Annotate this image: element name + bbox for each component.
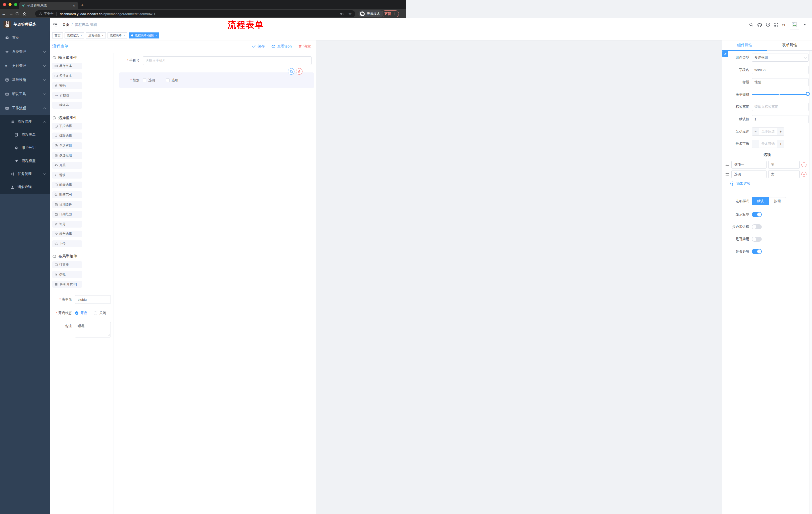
palette-item-single-line[interactable]: 单行文本 [52,63,82,70]
canvas-field-phone[interactable]: 手机号 请输入手机号 [114,56,316,65]
palette-item-select[interactable]: 下拉选择 [52,123,82,130]
duplicate-component-button[interactable] [288,68,294,75]
palette-item-rate[interactable]: 评分 [52,221,82,227]
sidebar-item-label: 任务管理 [18,172,32,176]
tag-close-icon[interactable]: × [155,34,157,37]
phone-field-input[interactable]: 请输入手机号 [143,56,312,65]
breadcrumb-separator: / [71,23,72,27]
collapse-sidebar-icon[interactable] [53,22,58,27]
sidebar-item-workflow[interactable]: 工作流程 [0,101,50,115]
palette-item-color-picker[interactable]: 颜色选择 [52,231,82,237]
palette-item-checkbox-group[interactable]: 多选框组 [52,152,82,159]
palette-item-date-range[interactable]: 日期范围 [52,211,82,218]
palette-item-date-picker[interactable]: 日期选择 [52,201,82,208]
browser-tab-strip: 芋道管理系统 × + [0,0,406,9]
palette-item-cascader[interactable]: 级联选择 [52,133,82,139]
briefcase-icon [5,106,9,110]
main-content: 流程表单 保存 查看json 清空 输入型组件 [50,40,406,257]
delete-component-button[interactable] [296,68,302,75]
tag-label: 流程表单-编辑 [135,33,154,38]
close-window-button[interactable] [3,3,6,6]
reload-icon[interactable] [15,12,23,16]
trash-icon [298,45,302,48]
bookmark-star-icon[interactable]: ☆ [348,11,352,16]
palette-item-slider[interactable]: 滑块 [52,172,82,179]
sidebar-item-label: 基础设施 [12,78,26,82]
back-icon[interactable]: ← [0,11,7,16]
sidebar-item-label: 流程模型 [22,159,36,163]
password-key-icon[interactable] [340,12,344,16]
canvas-field-gender-selected[interactable]: 性别 选项一 选项二 [119,73,314,88]
component-palette: 输入型组件 单行文本 多行文本 密码 123 计数器 编辑器 [50,40,114,257]
sidebar-item-process-mgmt[interactable]: 流程管理 [0,115,50,128]
chevron-down-icon [44,50,46,53]
update-browser-button[interactable]: 更新 ⋮ [382,10,399,17]
palette-item-time-picker[interactable]: 时间选择 [52,182,82,188]
red-annotation-text: 流程表单 [173,19,319,31]
address-bar[interactable]: 不安全 dashboard.yudao.iocoder.cn /bpm/mana… [35,10,355,17]
breadcrumb: 首页 / 流程表单-编辑 [62,23,97,27]
view-json-button[interactable]: 查看json [271,44,292,49]
home-icon[interactable] [23,12,30,16]
tag-close-icon[interactable]: × [80,34,82,37]
tag-close-icon[interactable]: × [102,34,103,37]
puzzle-icon [52,56,56,60]
palette-item-switch[interactable]: 开关 [52,162,82,169]
security-status[interactable]: 不安全 [39,11,54,16]
tag-label: 流程模型 [88,33,100,38]
form-canvas[interactable]: 手机号 请输入手机号 性别 选项一 选项二 [114,40,316,257]
browser-tab[interactable]: 芋道管理系统 × [19,2,78,9]
sidebar-item-home[interactable]: 首页 [0,31,50,45]
zoom-window-button[interactable] [14,3,17,6]
gender-option1-label[interactable]: 选项一 [148,78,158,82]
gender-option1-checkbox[interactable] [143,78,146,82]
clock-range-icon [55,193,58,196]
tag-process-definition[interactable]: 流程定义 × [64,32,84,38]
palette-item-time-range[interactable]: 时间范围 [52,191,82,198]
sidebar-item-task-mgmt[interactable]: 任务管理 [0,167,50,181]
palette-item-editor[interactable]: 编辑器 [52,102,82,109]
sidebar-item-leave-query[interactable]: 请假查询 [0,181,50,194]
gender-option2-label[interactable]: 选项二 [172,78,182,82]
url-host: dashboard.yudao.iocoder.cn [60,12,103,16]
sidebar-item-system[interactable]: 系统管理 [0,45,50,59]
tag-process-form-edit[interactable]: 流程表单-编辑 × [129,32,159,38]
sidebar-item-payment[interactable]: ¥ 支付管理 [0,59,50,73]
sidebar-item-process-model[interactable]: 流程模型 [0,154,50,167]
tag-home[interactable]: 首页 [52,32,63,38]
tab-close-icon[interactable]: × [72,4,76,7]
warning-icon [39,12,42,16]
app-header: 首页 / 流程表单-编辑 流程表单 ? tT [50,18,406,31]
palette-item-multi-line[interactable]: 多行文本 [52,73,82,79]
save-button[interactable]: 保存 [252,44,265,49]
tags-view-bar: 首页 流程定义 × 流程模型 × 流程表单 × 流程表单-编辑 × [50,31,406,40]
breadcrumb-home[interactable]: 首页 [62,23,69,27]
checkbox-icon [55,154,58,157]
active-tag-dot [131,34,133,36]
minimize-window-button[interactable] [8,3,11,6]
sidebar-item-devtools[interactable]: 研发工具 [0,87,50,101]
forward-icon[interactable]: → [7,11,15,16]
palette-item-upload[interactable]: 上传 [52,240,82,247]
dashboard-icon [5,36,9,40]
window-controls[interactable] [3,3,17,6]
tag-process-model[interactable]: 流程模型 × [86,32,106,38]
clear-button[interactable]: 清空 [298,44,311,49]
sidebar-logo[interactable]: 芋道管理系统 [0,18,50,31]
select-circle-icon [55,125,58,128]
sidebar-item-process-form[interactable]: 流程表单 [0,128,50,141]
new-tab-button[interactable]: + [81,2,84,8]
sidebar-item-infra[interactable]: 基础设施 [0,73,50,87]
tag-process-form[interactable]: 流程表单 × [108,32,127,38]
browser-menu-icon[interactable]: ⋮ [393,12,396,16]
check-icon [252,45,256,48]
palette-item-password[interactable]: 密码 [52,82,82,89]
palette-item-counter[interactable]: 123 计数器 [52,92,82,99]
gender-option2-checkbox[interactable] [166,78,170,82]
chevron-down-icon [44,78,46,81]
breadcrumb-current: 流程表单-编辑 [75,23,97,27]
tag-close-icon[interactable]: × [123,34,125,37]
chevron-down-icon [44,92,46,95]
sidebar-item-user-group[interactable]: 用户分组 [0,141,50,154]
palette-item-radio-group[interactable]: 单选框组 [52,142,82,149]
